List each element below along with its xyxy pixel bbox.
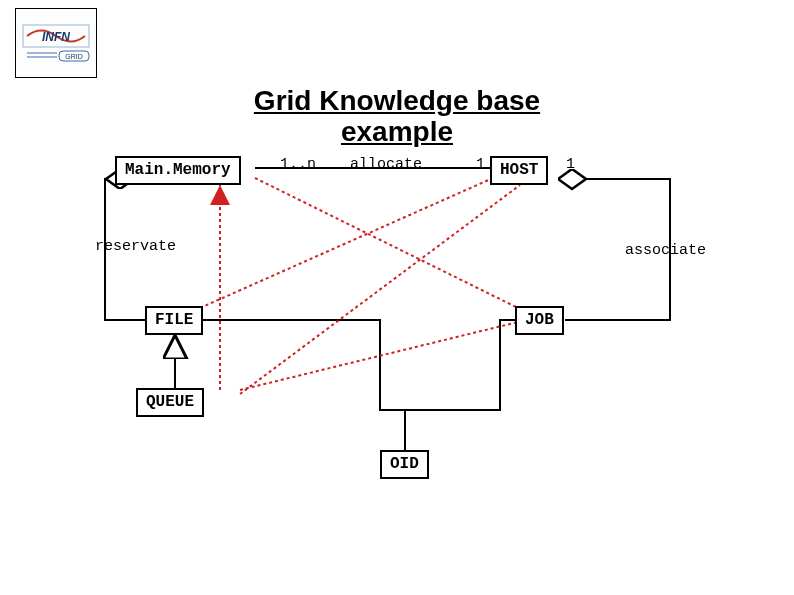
node-queue: QUEUE (136, 388, 204, 417)
node-host: HOST (490, 156, 548, 185)
label-allocate: allocate (350, 156, 422, 173)
logo: INFN GRID (15, 8, 97, 78)
node-file: FILE (145, 306, 203, 335)
svg-line-11 (255, 178, 518, 308)
label-reservate: reservate (95, 238, 176, 255)
svg-line-10 (200, 178, 493, 308)
title-line-2: example (341, 116, 453, 147)
label-mult-right-a: 1 (476, 156, 485, 173)
node-oid: OID (380, 450, 429, 479)
svg-text:INFN: INFN (42, 30, 70, 44)
node-job: JOB (515, 306, 564, 335)
label-associate: associate (625, 242, 706, 259)
svg-text:GRID: GRID (65, 53, 83, 60)
infn-grid-icon: INFN GRID (21, 23, 91, 63)
page-title: Grid Knowledge base example (0, 86, 794, 148)
title-line-1: Grid Knowledge base (254, 85, 540, 116)
label-mult-right-b: 1 (566, 156, 575, 173)
uml-diagram: Main.Memory HOST FILE JOB QUEUE OID 1..n… (100, 150, 700, 510)
label-mult-left: 1..n (280, 156, 316, 173)
node-main-memory: Main.Memory (115, 156, 241, 185)
